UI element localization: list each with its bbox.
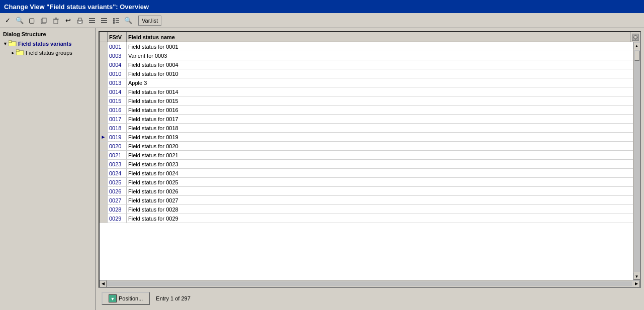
table-row[interactable]: 0029 Field status for 0029 xyxy=(100,214,633,223)
table-row[interactable]: 0010 Field status for 0010 xyxy=(100,69,633,78)
row-indicator-0 xyxy=(100,42,108,51)
cell-name-10: Field status for 0019 xyxy=(127,133,633,141)
table-row[interactable]: 0021 Field status for 0021 xyxy=(100,151,633,160)
cell-name-2: Field status for 0004 xyxy=(127,60,633,69)
header-key-icon xyxy=(630,32,640,42)
header-fstv: FStV xyxy=(108,32,127,42)
toolbar-sep xyxy=(136,16,136,25)
cell-fstv-7: 0016 xyxy=(108,106,127,114)
cell-name-16: Field status for 0026 xyxy=(127,187,633,195)
table-row[interactable]: 0025 Field status for 0025 xyxy=(100,178,633,187)
cell-name-14: Field status for 0024 xyxy=(127,169,633,177)
row-indicator-8 xyxy=(100,115,108,123)
cell-name-11: Field status for 0020 xyxy=(127,142,633,150)
svg-rect-8 xyxy=(89,18,95,19)
cell-name-1: Varient for 0003 xyxy=(127,51,633,60)
cell-fstv-8: 0017 xyxy=(108,115,127,123)
search-btn[interactable]: 🔍 xyxy=(14,15,25,26)
find-btn[interactable]: 🔍 xyxy=(123,15,134,26)
expand-arrow-icon: ▼ xyxy=(3,41,8,46)
scroll-thumb[interactable] xyxy=(634,51,639,61)
sidebar-label-variants: Field status variants xyxy=(18,41,71,47)
cell-name-7: Field status for 0016 xyxy=(127,106,633,114)
table-row[interactable]: 0015 Field status for 0015 xyxy=(100,96,633,106)
table-row[interactable]: ► 0019 Field status for 0019 xyxy=(100,133,633,142)
cell-name-19: Field status for 0029 xyxy=(127,214,633,223)
table-row[interactable]: 0016 Field status for 0016 xyxy=(100,106,633,115)
sidebar-item-field-status-groups[interactable]: ► Field status groups xyxy=(0,48,95,57)
table-row[interactable]: 0003 Varient for 0003 xyxy=(100,51,633,60)
cell-fstv-16: 0026 xyxy=(108,187,127,195)
row-indicator-14 xyxy=(100,169,108,177)
cell-fstv-12: 0021 xyxy=(108,151,127,159)
svg-rect-21 xyxy=(9,41,12,43)
list3-btn[interactable] xyxy=(111,15,122,26)
scroll-down-btn[interactable]: ▼ xyxy=(633,273,640,280)
svg-rect-11 xyxy=(101,18,107,19)
table-row[interactable]: 0023 Field status for 0023 xyxy=(100,160,633,169)
data-table: FStV Field status name xyxy=(99,31,641,288)
row-indicator-10: ► xyxy=(100,133,108,141)
row-indicator-11 xyxy=(100,142,108,150)
cell-name-4: Apple 3 xyxy=(127,78,633,87)
list1-btn[interactable] xyxy=(86,15,98,26)
svg-rect-9 xyxy=(89,20,95,21)
table-header: FStV Field status name xyxy=(100,32,640,42)
row-indicator-5 xyxy=(100,87,108,96)
cell-fstv-0: 0001 xyxy=(108,42,127,51)
table-row[interactable]: 0027 Field status for 0027 xyxy=(100,196,633,205)
cell-fstv-14: 0024 xyxy=(108,169,127,177)
header-name: Field status name xyxy=(127,32,630,42)
row-indicator-1 xyxy=(100,51,108,60)
sidebar-item-field-status-variants[interactable]: ▼ Field status variants xyxy=(0,39,95,48)
table-row[interactable]: 0024 Field status for 0024 xyxy=(100,169,633,178)
row-indicator-19 xyxy=(100,214,108,223)
toolbar: ✓ 🔍 ▢ ↩ 🔍 Var.list xyxy=(0,13,644,28)
table-row[interactable]: 0017 Field status for 0017 xyxy=(100,115,633,124)
cell-fstv-10: 0019 xyxy=(108,133,127,141)
varlist-btn[interactable]: Var.list xyxy=(138,16,161,26)
cell-name-3: Field status for 0010 xyxy=(127,69,633,78)
table-row[interactable]: 0014 Field status for 0014 xyxy=(100,87,633,96)
svg-rect-12 xyxy=(101,20,107,21)
h-scroll-left-btn[interactable]: ◀ xyxy=(100,280,107,287)
key-icon xyxy=(632,34,639,41)
row-indicator-15 xyxy=(100,178,108,186)
vertical-scrollbar[interactable]: ▲ ▼ xyxy=(633,42,640,280)
svg-rect-16 xyxy=(113,20,115,22)
table-row[interactable]: 0001 Field status for 0001 xyxy=(100,42,633,51)
horizontal-scrollbar[interactable]: ◀ ▶ xyxy=(100,280,640,287)
undo-btn[interactable]: ↩ xyxy=(62,15,73,26)
table-row[interactable]: 0028 Field status for 0028 xyxy=(100,205,633,214)
row-indicator-13 xyxy=(100,160,108,168)
table-scroll[interactable]: 0001 Field status for 0001 0003 Varient … xyxy=(100,42,633,280)
table-row[interactable]: 0026 Field status for 0026 xyxy=(100,187,633,196)
table-row[interactable]: 0018 Field status for 0018 xyxy=(100,124,633,133)
svg-rect-13 xyxy=(101,22,107,23)
h-scroll-right-btn[interactable]: ▶ xyxy=(633,280,640,287)
position-button[interactable]: ▼ Position... xyxy=(102,292,150,305)
table-row[interactable]: 0020 Field status for 0020 xyxy=(100,142,633,151)
row-indicator-12 xyxy=(100,151,108,159)
cell-name-13: Field status for 0023 xyxy=(127,160,633,168)
h-scroll-track xyxy=(107,281,632,286)
table-row[interactable]: 0004 Field status for 0004 xyxy=(100,60,633,69)
list2-btn[interactable] xyxy=(99,15,110,26)
row-indicator-4 xyxy=(100,78,108,87)
svg-rect-14 xyxy=(113,18,115,20)
scroll-up-btn[interactable]: ▲ xyxy=(633,42,640,49)
cell-name-17: Field status for 0027 xyxy=(127,196,633,204)
svg-rect-1 xyxy=(42,18,46,23)
varlist-label: Var.list xyxy=(142,18,158,24)
delete-btn[interactable] xyxy=(50,15,61,26)
cell-name-8: Field status for 0017 xyxy=(127,115,633,123)
left-panel: Dialog Structure ▼ Field status variants… xyxy=(0,28,96,310)
new-doc-btn[interactable]: ▢ xyxy=(26,15,37,26)
table-row[interactable]: 0013 Apple 3 xyxy=(100,78,633,87)
folder-icon-variants xyxy=(9,40,17,47)
cell-fstv-1: 0003 xyxy=(108,51,127,60)
check-btn[interactable]: ✓ xyxy=(2,15,13,26)
cell-name-5: Field status for 0014 xyxy=(127,87,633,96)
print-btn[interactable] xyxy=(74,15,85,26)
copy-btn[interactable] xyxy=(38,15,49,26)
